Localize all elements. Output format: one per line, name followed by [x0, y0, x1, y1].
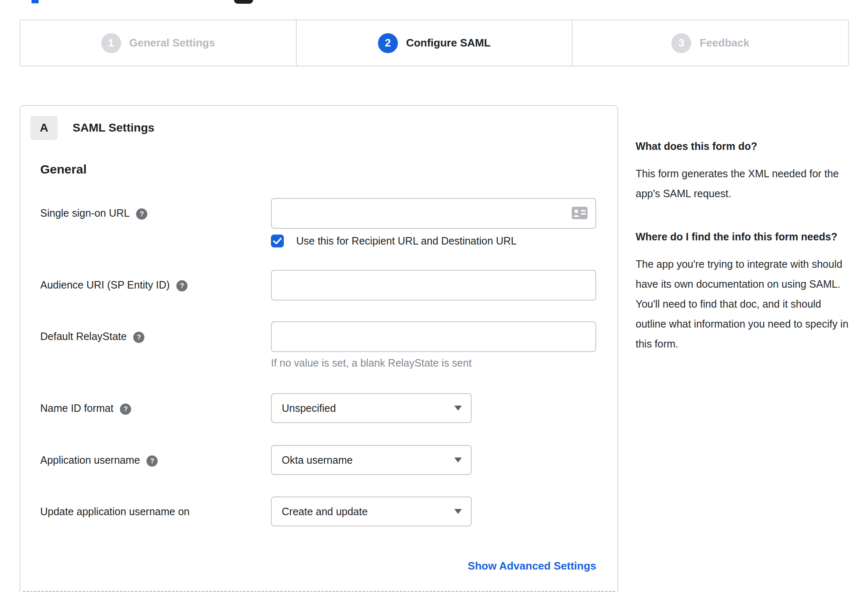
general-section-heading: General	[40, 162, 617, 176]
name-id-format-value: Unspecified	[282, 402, 336, 414]
step-label: Feedback	[700, 37, 749, 49]
help-body-where: The app you're trying to integrate with …	[636, 254, 850, 354]
help-body-what: This form generates the XML needed for t…	[636, 164, 850, 203]
single-sign-on-url-label: Single sign-on URL	[40, 207, 129, 219]
card-title: SAML Settings	[73, 121, 154, 135]
help-sidebar: What does this form do? This form genera…	[636, 136, 850, 377]
step-configure-saml[interactable]: 2 Configure SAML	[296, 20, 572, 66]
update-application-username-row: Update application username on Create an…	[40, 497, 617, 526]
use-for-recipient-destination-checkbox[interactable]	[271, 235, 284, 247]
step-number-badge: 2	[378, 33, 398, 53]
help-heading-where: Where do I find the info this form needs…	[636, 227, 850, 247]
audience-uri-row: Audience URI (SP Entity ID) ?	[40, 270, 617, 301]
clipped-toggle-icon	[234, 0, 253, 4]
relaystate-hint: If no value is set, a blank RelayState i…	[271, 357, 596, 369]
step-general-settings[interactable]: 1 General Settings	[20, 20, 296, 66]
step-number-badge: 1	[101, 33, 121, 53]
update-application-username-select[interactable]: Create and update	[271, 497, 472, 526]
application-username-label: Application username	[40, 454, 140, 466]
name-id-format-row: Name ID format ? Unspecified	[40, 393, 617, 423]
update-application-username-value: Create and update	[282, 506, 368, 518]
application-username-value: Okta username	[282, 454, 353, 466]
default-relaystate-input[interactable]	[271, 321, 596, 352]
step-number-badge: 3	[671, 33, 691, 53]
wizard-stepper: 1 General Settings 2 Configure SAML 3 Fe…	[20, 20, 849, 66]
default-relaystate-label: Default RelayState	[40, 330, 127, 342]
help-icon[interactable]: ?	[120, 404, 131, 415]
single-sign-on-url-input[interactable]	[271, 198, 596, 229]
help-icon[interactable]: ?	[176, 280, 188, 291]
help-icon[interactable]: ?	[133, 332, 144, 343]
section-a-badge: A	[30, 116, 58, 140]
application-username-select[interactable]: Okta username	[271, 445, 472, 475]
name-id-format-select[interactable]: Unspecified	[271, 393, 472, 423]
single-sign-on-url-row: Single sign-on URL ? U	[40, 198, 617, 247]
chevron-down-icon	[454, 457, 462, 462]
name-id-format-label: Name ID format	[40, 402, 113, 414]
chevron-down-icon	[454, 509, 462, 514]
use-for-recipient-destination-label: Use this for Recipient URL and Destinati…	[296, 235, 517, 247]
chevron-down-icon	[454, 406, 462, 411]
clipped-active-tab-indicator	[32, 0, 39, 3]
saml-settings-card: A SAML Settings General Single sign-on U…	[20, 105, 618, 592]
show-advanced-settings-link[interactable]: Show Advanced Settings	[468, 560, 596, 572]
audience-uri-input[interactable]	[271, 270, 596, 301]
step-feedback[interactable]: 3 Feedback	[572, 20, 848, 66]
update-application-username-label: Update application username on	[40, 506, 190, 518]
audience-uri-label: Audience URI (SP Entity ID)	[40, 279, 170, 291]
application-username-row: Application username ? Okta username	[40, 445, 617, 475]
help-icon[interactable]: ?	[146, 455, 158, 467]
step-label: Configure SAML	[406, 37, 491, 49]
default-relaystate-row: Default RelayState ? If no value is set,…	[40, 321, 617, 369]
help-heading-what: What does this form do?	[636, 136, 850, 156]
help-icon[interactable]: ?	[136, 208, 147, 220]
step-label: General Settings	[129, 37, 215, 49]
